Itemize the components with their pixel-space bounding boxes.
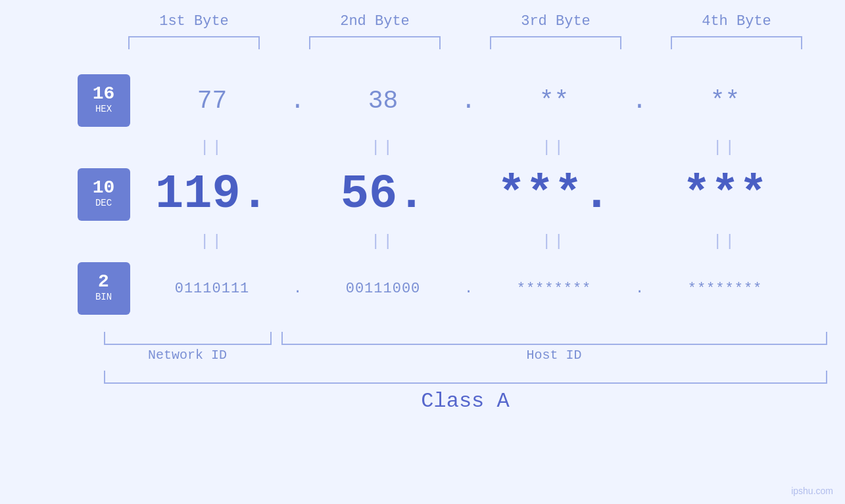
- bin-badge-num: 2: [98, 273, 109, 291]
- top-bracket-row: [104, 36, 827, 49]
- bin-badge-slot: 2 BIN: [51, 250, 143, 327]
- bin-dot3: .: [623, 281, 656, 297]
- bin-b3: ********: [485, 281, 623, 297]
- bracket-byte1: [128, 36, 260, 49]
- bin-badge: 2 BIN: [78, 262, 130, 315]
- sep1-b2: ||: [314, 139, 452, 156]
- byte4-label: 4th Byte: [664, 13, 809, 30]
- dec-b2: 56.: [314, 171, 452, 218]
- sep2-values: || || || ||: [143, 233, 794, 250]
- sep-row-1: || || || ||: [51, 139, 794, 156]
- dec-badge: 10 DEC: [78, 168, 130, 221]
- dec-badge-num: 10: [93, 179, 115, 197]
- bin-dot2: .: [452, 281, 485, 297]
- bottom-bracket-area: [104, 332, 827, 345]
- hex-dot3: .: [623, 87, 656, 115]
- byte3-label: 3rd Byte: [483, 13, 628, 30]
- bracket-byte2: [309, 36, 441, 49]
- class-label: Class A: [104, 389, 827, 413]
- main-container: 1st Byte 2nd Byte 3rd Byte 4th Byte 16 H…: [0, 0, 845, 504]
- hex-dot2: .: [452, 87, 485, 115]
- dec-b1: 119.: [143, 171, 281, 218]
- watermark: ipshu.com: [791, 486, 833, 496]
- dec-b4: ***: [656, 171, 794, 218]
- sep2-b1: ||: [143, 233, 281, 250]
- bin-row-group: 2 BIN 01110111 . 00111000 . ******** . *…: [51, 250, 794, 327]
- hex-badge-num: 16: [93, 85, 115, 103]
- sep1-b3: ||: [485, 139, 623, 156]
- network-id-bracket: [104, 332, 272, 345]
- hex-b1: 77: [143, 87, 281, 115]
- hex-dot1: .: [281, 87, 314, 115]
- bracket-byte3: [490, 36, 621, 49]
- class-bracket-area: Class A: [104, 371, 827, 413]
- host-id-bracket: [281, 332, 827, 345]
- hex-values: 77 . 38 . ** . **: [143, 87, 794, 115]
- hex-b2: 38: [314, 87, 452, 115]
- bin-b2: 00111000: [314, 281, 452, 297]
- hex-badge-slot: 16 HEX: [51, 62, 143, 139]
- dec-badge-slot: 10 DEC: [51, 156, 143, 233]
- hex-badge-sub: HEX: [95, 103, 112, 116]
- sep1-values: || || || ||: [143, 139, 794, 156]
- sep2-b2: ||: [314, 233, 452, 250]
- sep-row-2: || || || ||: [51, 233, 794, 250]
- sep2-b4: ||: [656, 233, 794, 250]
- bin-badge-sub: BIN: [95, 291, 112, 304]
- bin-dot1: .: [281, 281, 314, 297]
- dec-values: 119. 56. ***. ***: [143, 171, 794, 218]
- id-labels-area: Network ID Host ID: [104, 348, 827, 363]
- class-bracket: [104, 371, 827, 384]
- byte1-label: 1st Byte: [122, 13, 266, 30]
- bin-values: 01110111 . 00111000 . ******** . *******…: [143, 281, 794, 297]
- byte-headers: 1st Byte 2nd Byte 3rd Byte 4th Byte: [104, 13, 827, 30]
- bracket-byte4: [671, 36, 802, 49]
- hex-b4: **: [656, 87, 794, 115]
- bin-b4: ********: [656, 281, 794, 297]
- dec-b3: ***.: [485, 171, 623, 218]
- dec-badge-sub: DEC: [95, 197, 112, 210]
- dec-row-group: 10 DEC 119. 56. ***. ***: [51, 156, 794, 233]
- byte2-label: 2nd Byte: [302, 13, 447, 30]
- network-id-label: Network ID: [104, 348, 272, 363]
- hex-row-group: 16 HEX 77 . 38 . ** . **: [51, 62, 794, 139]
- sep2-b3: ||: [485, 233, 623, 250]
- hex-b3: **: [485, 87, 623, 115]
- sep1-b1: ||: [143, 139, 281, 156]
- host-id-label: Host ID: [281, 348, 827, 363]
- bin-b1: 01110111: [143, 281, 281, 297]
- sep1-b4: ||: [656, 139, 794, 156]
- hex-badge: 16 HEX: [78, 74, 130, 127]
